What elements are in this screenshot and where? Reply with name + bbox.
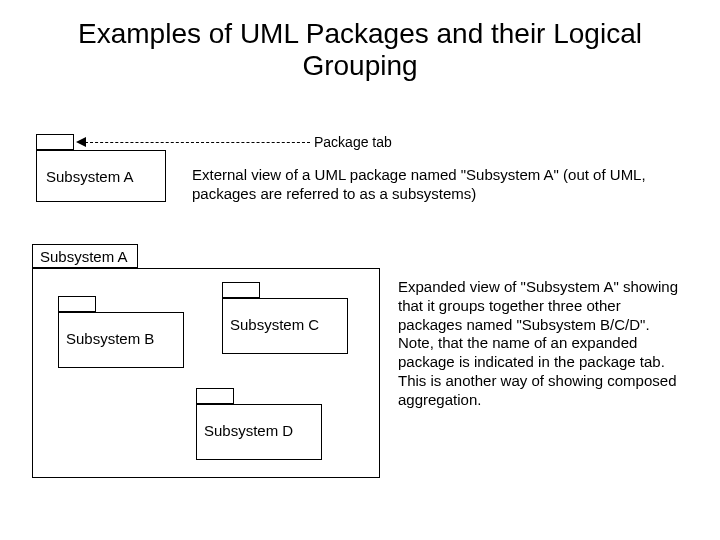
large-package-name: Subsystem A xyxy=(40,248,128,267)
package-tab-label: Package tab xyxy=(314,134,392,152)
package-b-name: Subsystem B xyxy=(66,330,154,349)
small-package-tab xyxy=(36,134,74,150)
package-b-tab xyxy=(58,296,96,312)
package-c-tab xyxy=(222,282,260,298)
small-package-name: Subsystem A xyxy=(46,168,134,187)
package-d-name: Subsystem D xyxy=(204,422,293,441)
package-d-tab xyxy=(196,388,234,404)
expanded-view-text: Expanded view of "Subsystem A" showing t… xyxy=(398,278,688,409)
arrowhead-icon xyxy=(76,137,86,147)
diagram-canvas: Package tab Subsystem A External view of… xyxy=(0,0,720,540)
external-view-text: External view of a UML package named "Su… xyxy=(192,166,662,204)
leader-line xyxy=(85,142,310,143)
package-c-name: Subsystem C xyxy=(230,316,319,335)
